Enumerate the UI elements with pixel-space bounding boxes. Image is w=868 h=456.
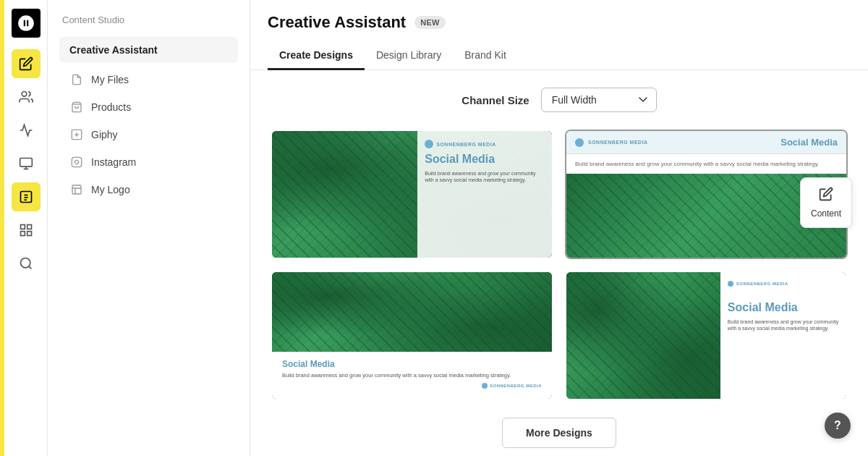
svg-rect-11 (20, 232, 25, 236)
icon-bar (4, 0, 48, 456)
svg-rect-16 (72, 157, 81, 166)
card-body-1: Build brand awareness and grow your comm… (425, 170, 545, 185)
sidebar-item-products[interactable]: Products (59, 93, 238, 121)
designs-grid: SONNENBERG MEDIA Social Media Build bran… (271, 130, 848, 400)
content-tooltip[interactable]: Content (800, 177, 852, 228)
header-top: Creative Assistant New (268, 13, 851, 32)
card-4-text: SONNENBERG MEDIA Social Media Build bran… (720, 272, 846, 399)
page-title: Creative Assistant (268, 13, 406, 32)
card-4-heading: Social Media (728, 301, 839, 314)
card-3-bottom: Social Media Build brand awareness and g… (272, 352, 552, 399)
edit-icon-btn[interactable] (12, 49, 41, 78)
more-designs-button[interactable]: More Designs (502, 418, 616, 448)
products-icon (69, 100, 84, 114)
tooltip-icon (819, 187, 833, 204)
new-badge: New (414, 16, 446, 29)
sidebar: Content Studio Creative Assistant My Fil… (48, 0, 250, 456)
content-icon-btn[interactable] (12, 182, 41, 211)
card-2-header: SONNENBERG MEDIA Social Media (566, 131, 846, 154)
card-2-logo-text: SONNENBERG MEDIA (588, 140, 648, 145)
sidebar-label-my-files: My Files (91, 74, 129, 85)
channel-size-label: Channel Size (461, 94, 529, 106)
sidebar-item-my-files[interactable]: My Files (59, 66, 238, 93)
card-4-logo-icon (728, 281, 733, 287)
tooltip-label: Content (811, 208, 841, 219)
svg-rect-8 (20, 225, 25, 229)
my-logo-icon (69, 182, 84, 197)
card-inner-3: Social Media Build brand awareness and g… (272, 272, 552, 399)
campaigns-icon-btn[interactable] (12, 116, 41, 145)
svg-rect-10 (27, 232, 31, 236)
main-content: Creative Assistant New Create Designs De… (250, 0, 868, 456)
giphy-icon (69, 127, 84, 142)
svg-rect-9 (27, 225, 31, 229)
fern-overlay-3 (272, 272, 552, 352)
design-card-3[interactable]: Social Media Build brand awareness and g… (271, 271, 553, 400)
card-3-logo-icon (482, 383, 488, 389)
card-logo-text-1: SONNENBERG MEDIA (436, 142, 496, 147)
card-3-logo-text: SONNENBERG MEDIA (490, 384, 542, 388)
sidebar-title: Content Studio (59, 14, 238, 25)
apps-icon-btn[interactable] (12, 216, 41, 245)
channel-size-bar: Channel Size Full Width Half Width Squar… (271, 88, 848, 112)
sidebar-label-my-logo: My Logo (91, 184, 130, 195)
help-button[interactable]: ? (825, 413, 851, 439)
sidebar-item-creative-assistant[interactable]: Creative Assistant (59, 37, 238, 63)
card-4-logo-text: SONNENBERG MEDIA (736, 282, 788, 286)
svg-rect-18 (72, 185, 81, 194)
tab-design-library[interactable]: Design Library (365, 42, 453, 70)
content-area: Channel Size Full Width Half Width Squar… (250, 70, 868, 456)
card-3-title: Social Media (282, 359, 542, 369)
card-inner-4: SONNENBERG MEDIA Social Media Build bran… (566, 272, 846, 399)
card-3-logo-row: SONNENBERG MEDIA (282, 383, 542, 389)
channel-size-select[interactable]: Full Width Half Width Square Story (541, 88, 657, 112)
file-icon (69, 72, 84, 87)
card-3-text: Build brand awareness and grow your comm… (282, 372, 542, 380)
card-4-img (566, 272, 720, 399)
sidebar-label-products: Products (91, 101, 131, 113)
sidebar-label-instagram: Instagram (91, 156, 136, 168)
svg-point-12 (20, 258, 30, 268)
tab-create-designs[interactable]: Create Designs (268, 42, 365, 70)
design-card-1[interactable]: SONNENBERG MEDIA Social Media Build bran… (271, 130, 553, 259)
card-logo-row-1: SONNENBERG MEDIA (425, 140, 545, 148)
svg-rect-1 (20, 159, 32, 167)
audience-icon-btn[interactable] (12, 83, 41, 111)
fern-overlay-4 (566, 272, 720, 399)
design-card-4[interactable]: SONNENBERG MEDIA Social Media Build bran… (565, 271, 848, 400)
card-3-img (272, 272, 552, 352)
tab-brand-kit[interactable]: Brand Kit (453, 42, 518, 70)
header: Creative Assistant New Create Designs De… (250, 0, 868, 70)
mailchimp-logo[interactable] (12, 9, 41, 38)
sidebar-item-instagram[interactable]: Instagram (59, 148, 238, 176)
sidebar-item-giphy[interactable]: Giphy (59, 121, 238, 148)
search-icon-btn[interactable] (12, 249, 41, 278)
tabs: Create Designs Design Library Brand Kit (268, 42, 851, 69)
card-heading-1: Social Media (425, 153, 545, 166)
card-2-title: Social Media (780, 137, 838, 148)
card-4-body: Build brand awareness and grow your comm… (728, 318, 839, 333)
sidebar-label-giphy: Giphy (91, 129, 118, 140)
card-inner-1: SONNENBERG MEDIA Social Media Build bran… (272, 131, 552, 258)
svg-point-0 (22, 92, 27, 97)
svg-line-13 (28, 266, 31, 269)
card-2-body: Build brand awareness and grow your comm… (566, 154, 846, 174)
contacts-icon-btn[interactable] (12, 149, 41, 178)
sidebar-item-my-logo[interactable]: My Logo (59, 176, 238, 203)
card-4-logo-row: SONNENBERG MEDIA (728, 281, 839, 287)
instagram-icon (69, 155, 84, 169)
card-text-1: SONNENBERG MEDIA Social Media Build bran… (417, 131, 552, 258)
card-logo-icon-1 (425, 140, 433, 148)
card-2-logo-icon (575, 138, 584, 147)
